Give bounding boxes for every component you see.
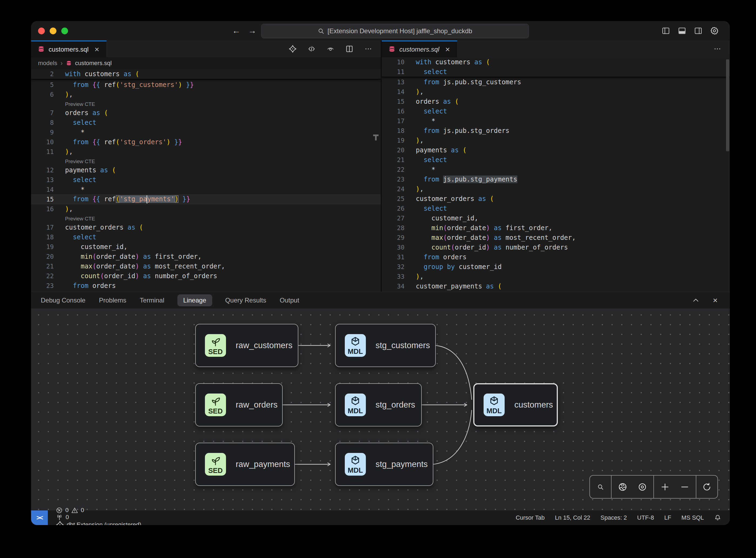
back-icon[interactable]: ← (232, 26, 240, 36)
code-tags[interactable] (307, 44, 316, 54)
zoom-window-button[interactable] (61, 28, 68, 34)
code-line: 14), (382, 87, 730, 97)
lineage-node-raw_payments[interactable]: SEDraw_payments (195, 443, 295, 486)
scrollbar-thumb[interactable] (726, 59, 729, 151)
badge-label: MDL (348, 407, 363, 414)
line-number: 33 (382, 273, 405, 280)
status-bar: >< 000dbt Extension (unregistered) Curso… (31, 510, 730, 525)
line-number: 23 (382, 176, 405, 183)
line-number: 20 (382, 147, 405, 154)
line-number: 22 (382, 166, 405, 173)
line-number: 32 (382, 263, 405, 270)
breadcrumb-folder[interactable]: models (38, 60, 57, 67)
code-line: 22 * (382, 165, 730, 175)
line-number: 10 (31, 138, 54, 146)
code-line: 15orders as ( (382, 97, 730, 106)
lineage-node-customers[interactable]: MDLcustomers (473, 383, 558, 427)
search-icon[interactable] (592, 476, 609, 498)
bell-icon[interactable] (714, 514, 721, 521)
split-editor[interactable] (344, 44, 354, 54)
forward-icon[interactable]: → (248, 26, 257, 36)
editor-area: customers.sql × models › customers.sql 2… (31, 41, 730, 292)
badge-label: SED (208, 467, 223, 474)
code-line: 24), (382, 184, 730, 194)
status-item-spaces-2[interactable]: Spaces: 2 (600, 514, 627, 521)
code-line: 7orders as ( (31, 108, 381, 118)
codelens-preview-cte[interactable]: Preview CTE (65, 158, 95, 165)
layout-panel[interactable] (677, 27, 686, 35)
panel-tab-problems[interactable]: Problems (98, 295, 127, 306)
code-line: 27 customer_id, (382, 213, 730, 223)
node-title: raw_customers (236, 340, 292, 350)
aperture-icon[interactable] (614, 476, 631, 498)
line-number: 5 (31, 81, 54, 88)
status-item-lf[interactable]: LF (664, 514, 671, 521)
command-center-search[interactable]: [Extension Development Host] jaffle_shop… (261, 24, 529, 39)
code-line: 13 from js.pub.stg_customers (382, 77, 730, 87)
close-icon[interactable]: × (95, 45, 99, 53)
code-line: 16 select (382, 106, 730, 116)
line-number: 25 (382, 195, 405, 202)
codelens-preview-cte[interactable]: Preview CTE (65, 101, 95, 108)
line-number: 15 (31, 196, 54, 203)
sticky-scroll: 10with customers as (11 select (382, 57, 730, 77)
layout-sidebar-left[interactable] (661, 27, 671, 35)
status-item-ln-15-col-22[interactable]: Ln 15, Col 22 (555, 514, 590, 521)
tab-customers-sql[interactable]: customers.sql × (31, 41, 107, 57)
node-title: stg_orders (375, 400, 415, 410)
status-item[interactable]: 00 (56, 507, 141, 514)
settings-gear[interactable] (710, 27, 719, 35)
lineage-node-raw_customers[interactable]: SEDraw_customers (195, 324, 298, 367)
line-number: 8 (31, 119, 54, 126)
dbt-logo[interactable] (288, 44, 297, 54)
line-number: 19 (382, 137, 405, 144)
code-editor[interactable]: 5 from {{ ref('stg_customers') }}6),Prev… (31, 80, 381, 290)
code-line: 23 from orders (31, 281, 381, 290)
code-line: 32 group by customer_id (382, 262, 730, 272)
codelens-preview-cte[interactable]: Preview CTE (65, 216, 95, 223)
panel-tab-lineage[interactable]: Lineage (177, 295, 212, 306)
status-item-cursor-tab[interactable]: Cursor Tab (516, 514, 545, 521)
lineage-node-stg_orders[interactable]: MDLstg_orders (335, 383, 422, 427)
panel-tab-output[interactable]: Output (279, 295, 300, 306)
panel-tab-query-results[interactable]: Query Results (225, 295, 267, 306)
status-item[interactable]: dbt Extension (unregistered) (56, 521, 141, 525)
model-badge: MDL (484, 394, 505, 416)
close-icon[interactable]: × (445, 45, 450, 53)
close-window-button[interactable] (38, 28, 45, 34)
code-line: 15 from {{ ref('stg_payments') }} (31, 195, 381, 204)
zoom-in-icon[interactable] (656, 476, 674, 498)
lineage-node-raw_orders[interactable]: SEDraw_orders (195, 383, 283, 427)
layout-sidebar-right[interactable] (694, 27, 703, 35)
status-item-ms-sql[interactable]: MS SQL (681, 514, 704, 521)
chevron-up-icon[interactable] (692, 296, 700, 305)
warning-icon (71, 507, 78, 514)
line-number: 18 (31, 234, 54, 240)
zoom-out-icon[interactable] (676, 476, 693, 498)
close-icon[interactable]: × (711, 296, 720, 305)
node-title: raw_payments (236, 459, 290, 469)
minimize-window-button[interactable] (50, 28, 56, 34)
database-icon (66, 60, 72, 67)
lineage-node-stg_customers[interactable]: MDLstg_customers (335, 324, 436, 367)
panel-tab-terminal[interactable]: Terminal (139, 295, 165, 306)
preview-eye[interactable] (325, 44, 335, 54)
remote-indicator[interactable]: >< (31, 510, 48, 525)
target-icon[interactable] (634, 476, 651, 498)
lineage-canvas[interactable]: SEDraw_customersMDLstg_customersSEDraw_o… (31, 308, 730, 511)
code-line: 17 * (382, 116, 730, 126)
refresh-icon[interactable] (698, 476, 715, 498)
code-editor[interactable]: 13 from js.pub.stg_customers14),15orders… (382, 77, 730, 291)
status-item[interactable]: 0 (56, 514, 141, 521)
status-item-utf-8[interactable]: UTF-8 (637, 514, 654, 521)
tab-customers-sql-preview[interactable]: customers.sql × (382, 41, 458, 57)
lineage-node-stg_payments[interactable]: MDLstg_payments (335, 443, 433, 486)
seed-badge: SED (205, 453, 226, 476)
line-number: 26 (382, 205, 405, 212)
code-line: 10with customers as ( (382, 57, 730, 67)
panel-tab-debug-console[interactable]: Debug Console (40, 295, 86, 306)
more-ellipsis[interactable] (363, 44, 373, 54)
breadcrumb-file[interactable]: customers.sql (75, 60, 112, 67)
more-ellipsis[interactable] (712, 44, 722, 54)
dbt-logo (56, 521, 64, 525)
